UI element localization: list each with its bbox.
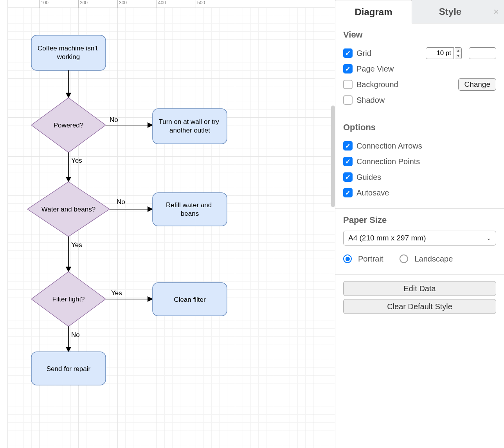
section-options: Options Connection Arrows Connection Poi… [335,116,504,209]
close-icon[interactable]: × [488,0,504,23]
panel-tabs: Diagram Style × [335,0,504,23]
svg-rect-0 [31,35,106,70]
label-page-view: Page View [356,65,394,73]
section-actions: Edit Data Clear Default Style [335,275,504,325]
checkbox-shadow[interactable] [343,95,353,105]
edge-label-no: No [110,116,118,124]
checkbox-page-view[interactable] [343,64,353,73]
label-portrait: Portrait [358,254,383,263]
label-connection-arrows: Connection Arrows [356,142,422,151]
node-start[interactable]: Coffee machine isn't working [31,35,106,70]
label-background: Background [356,80,454,89]
svg-text:Clean filter: Clean filter [174,296,206,303]
canvas-area[interactable]: 100 200 300 400 500 Coffee machine isn't [0,0,335,448]
node-action-clean[interactable]: Clean filter [153,283,227,316]
node-decision-powered[interactable]: Powered? [31,98,106,152]
chevron-down-icon[interactable]: ▼ [455,53,462,59]
change-background-button[interactable]: Change [458,78,496,91]
checkbox-guides[interactable] [343,172,353,182]
scrollbar-thumb[interactable] [331,106,335,207]
chevron-up-icon[interactable]: ▲ [455,47,462,53]
diagram-canvas[interactable]: Coffee machine isn't working Powered? No [8,8,335,448]
node-end[interactable]: Send for repair [31,352,106,385]
label-guides: Guides [356,173,381,182]
edge-label-yes: Yes [71,157,82,164]
section-paper-size: Paper Size A4 (210 mm x 297 mm) ⌄ Portra… [335,209,504,275]
svg-text:Water and beans?: Water and beans? [41,206,95,213]
edge-label-no: No [71,331,80,339]
node-action-refill[interactable]: Refill water and beans [153,193,227,226]
radio-landscape[interactable] [400,254,408,263]
checkbox-connection-arrows[interactable] [343,141,353,151]
flowchart-svg: Coffee machine isn't working Powered? No [8,8,321,438]
checkbox-background[interactable] [343,80,353,89]
label-connection-points: Connection Points [356,157,420,166]
ruler-horizontal: 100 200 300 400 500 [0,0,335,8]
label-autosave: Autosave [356,188,389,197]
edit-data-button[interactable]: Edit Data [343,281,496,296]
node-decision-water-beans[interactable]: Water and beans? [27,182,110,237]
section-title-options: Options [343,122,496,133]
grid-color-swatch[interactable] [469,47,496,59]
svg-text:Filter light?: Filter light? [52,296,85,303]
ruler-tick: 200 [78,0,88,8]
section-title-view: View [343,30,496,40]
radio-portrait[interactable] [343,254,352,263]
ruler-vertical [0,0,8,448]
section-title-paper: Paper Size [343,215,496,225]
paper-size-value: A4 (210 mm x 297 mm) [348,234,426,242]
ruler-tick: 500 [196,0,205,8]
format-panel: Diagram Style × View Grid ▲▼ Page View [335,0,504,448]
grid-size-input[interactable] [426,47,454,59]
ruler-tick: 100 [39,0,49,8]
tab-diagram[interactable]: Diagram [335,0,412,23]
edge-label-yes: Yes [71,241,82,249]
node-action-turnon[interactable]: Turn on at wall or try another outlet [153,109,227,144]
svg-rect-4 [153,109,227,144]
checkbox-grid[interactable] [343,48,353,58]
edge-label-yes: Yes [111,289,122,297]
checkbox-autosave[interactable] [343,188,353,197]
svg-rect-8 [153,193,227,226]
svg-text:Powered?: Powered? [54,122,84,129]
label-shadow: Shadow [356,96,385,105]
checkbox-connection-points[interactable] [343,157,353,166]
clear-default-style-button[interactable]: Clear Default Style [343,299,496,314]
chevron-down-icon: ⌄ [486,235,491,241]
ruler-tick: 300 [117,0,127,8]
svg-text:Send for repair: Send for repair [47,365,91,373]
grid-size-stepper[interactable]: ▲▼ [455,47,462,59]
edge-label-no: No [117,198,125,206]
paper-size-select[interactable]: A4 (210 mm x 297 mm) ⌄ [343,231,496,246]
ruler-tick: 400 [157,0,166,8]
node-decision-filter[interactable]: Filter light? [31,272,106,326]
section-view: View Grid ▲▼ Page View Background Change [335,23,504,116]
tab-style[interactable]: Style [412,0,488,23]
label-grid: Grid [356,49,422,58]
label-landscape: Landscape [414,254,453,263]
